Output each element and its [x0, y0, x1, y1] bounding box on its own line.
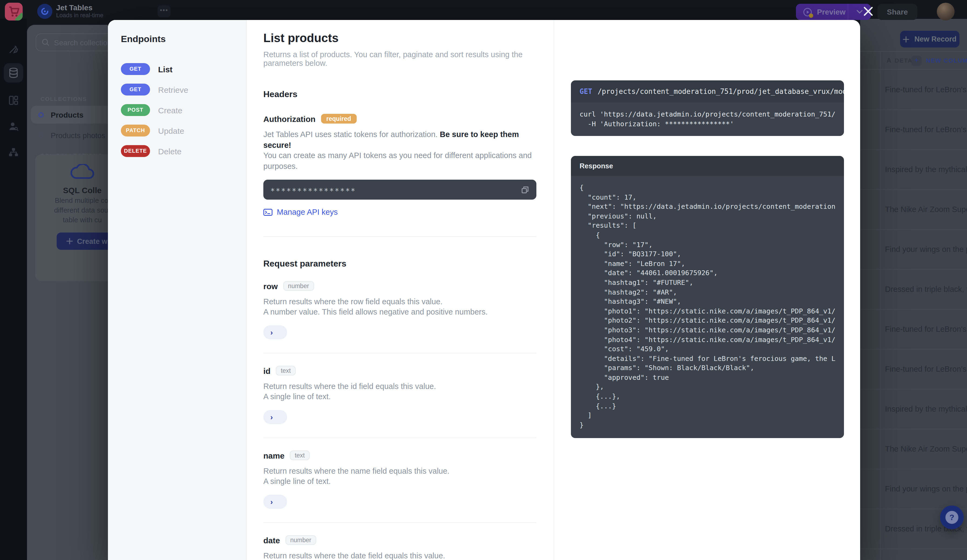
text-type-icon: A [886, 57, 891, 64]
endpoint-item-list[interactable]: GET List [108, 59, 246, 79]
response-line: "row": "17", [579, 240, 835, 249]
column-divider [880, 51, 881, 560]
api-docs-modal: Endpoints GET List GET Retrieve POST Cre… [108, 20, 860, 560]
table-row[interactable]: Find your wings on the p [860, 230, 967, 270]
table-row[interactable]: Fine-tuned for LeBron's f [860, 349, 967, 390]
table-row[interactable]: Fine-tuned for LeBron's f [860, 310, 967, 349]
top-bar: Jet Tables Loads in real-time ••• Previe… [0, 0, 967, 19]
show-child-parameters-button[interactable]: › [263, 495, 287, 509]
workspace-logo[interactable] [5, 3, 23, 20]
response-line: "count": 17, [579, 192, 835, 202]
copy-icon[interactable] [521, 185, 530, 194]
table-row[interactable]: Dressed in triple black, t [860, 270, 967, 310]
new-column-button[interactable]: NEW COLUMN [926, 57, 967, 64]
response-line: "name": "LeBron 17", [579, 259, 835, 268]
response-line: "approved": true [579, 373, 835, 382]
column-header-details: DETA [895, 57, 913, 64]
endpoints-title: Endpoints [121, 34, 246, 45]
type-badge: number [285, 535, 316, 545]
details-cell: Fine-tuned for LeBron's f [885, 325, 967, 333]
response-line: { [579, 183, 835, 192]
collection-icon [38, 132, 44, 138]
preview-button[interactable]: Preview [796, 4, 871, 20]
response-line: {...} [579, 401, 835, 410]
new-record-button[interactable]: New Record [900, 31, 959, 48]
response-line: "photo2": "https://static.nike.com/a/ima… [579, 316, 835, 325]
table-row[interactable]: Fine-tuned for LeBron's f [860, 110, 967, 150]
authorization-description: Jet Tables API uses static tokens for au… [263, 130, 536, 171]
endpoint-item-update[interactable]: PATCH Update [108, 120, 246, 141]
response-line: "id": "BQ3177-100", [579, 249, 835, 259]
chevron-right-icon: › [271, 329, 273, 336]
required-badge: required [321, 114, 356, 124]
more-menu-button[interactable]: ••• [158, 5, 170, 17]
response-line: "date": "44061.00019675926", [579, 268, 835, 278]
details-cell: The Nike Air Zoom Supe [885, 445, 967, 453]
status-dot [809, 13, 813, 18]
table-row[interactable]: Inspired by the mythical [860, 150, 967, 190]
table-row[interactable]: Inspired by the mythical [860, 390, 967, 430]
plus-icon [66, 238, 73, 244]
close-icon[interactable] [860, 3, 876, 20]
details-cell: Inspired by the mythical [885, 405, 967, 413]
response-line: ] [579, 411, 835, 420]
users-access-icon[interactable] [6, 119, 21, 134]
details-cell: Inspired by the mythical [885, 165, 967, 174]
help-button[interactable]: ? [940, 506, 964, 529]
manage-api-keys-link[interactable]: Manage API keys [263, 208, 536, 216]
response-line: "hashtag1": "#FUTURE", [579, 278, 835, 287]
response-line: } [579, 420, 835, 430]
table-row[interactable]: Find your wings on the p [860, 469, 967, 509]
search-input[interactable]: Search collections, [36, 33, 108, 51]
collections-panel: Search collections, COLLECTIONS Products… [27, 25, 108, 560]
sitemap-icon[interactable] [6, 145, 21, 160]
nav-rail [0, 19, 27, 560]
add-column-icon[interactable]: + [911, 55, 922, 66]
details-cell: Fine-tuned for LeBron's f [885, 85, 967, 94]
curl-line: curl 'https://data.jetadmin.io/projects/… [579, 110, 835, 119]
play-circle-icon [803, 7, 812, 16]
design-tools-icon[interactable] [6, 41, 21, 57]
details-cell: Dressed in triple black, t [885, 285, 967, 293]
search-icon [41, 38, 50, 46]
endpoint-item-delete[interactable]: DELETE Delete [108, 141, 246, 161]
response-line: "details": "Fine-tuned for LeBron's fero… [579, 354, 835, 363]
show-child-parameters-button[interactable]: › [263, 410, 287, 424]
response-block: Response { "count": 17, "next": "https:/… [571, 156, 844, 438]
sql-card-text: different data sour [35, 206, 108, 214]
endpoint-item-retrieve[interactable]: GET Retrieve [108, 79, 246, 100]
table-row[interactable]: The Nike Air Zoom Supe [860, 430, 967, 469]
endpoint-item-create[interactable]: POST Create [108, 100, 246, 120]
table-row[interactable]: Fine-tuned for LeBron's f [860, 70, 967, 110]
details-cell: Find your wings on the p [885, 484, 967, 493]
cloud-icon [69, 164, 95, 180]
table-header-row: A DETA + NEW COLUMN [860, 51, 967, 69]
method-label: GET [579, 87, 592, 96]
response-title: Response [571, 156, 844, 176]
endpoints-sidebar: Endpoints GET List GET Retrieve POST Cre… [108, 20, 247, 560]
table-row[interactable]: The Nike Air Zoom Supe [860, 190, 967, 230]
terminal-icon [263, 209, 272, 216]
response-line: "previous": null, [579, 211, 835, 221]
collection-icon [38, 112, 44, 117]
headers-heading: Headers [263, 89, 536, 99]
chevron-right-icon: › [271, 414, 273, 420]
database-icon[interactable] [6, 65, 21, 81]
method-badge-patch: PATCH [121, 125, 150, 137]
plus-icon [903, 36, 909, 42]
response-line: {...}, [579, 392, 835, 401]
api-token-field[interactable]: **************** [263, 180, 536, 199]
param-block-id: id text Return results where the id fiel… [263, 353, 536, 438]
create-sql-collection-button[interactable]: Create wit [57, 232, 108, 250]
show-child-parameters-button[interactable]: › [263, 325, 287, 339]
param-authorization: Authorization [263, 114, 315, 123]
sidebar-item-products[interactable]: Products [31, 106, 108, 124]
token-value: **************** [271, 184, 521, 195]
avatar[interactable] [937, 3, 955, 20]
share-button[interactable]: Share [878, 4, 917, 20]
pages-layout-icon[interactable] [6, 93, 21, 108]
method-badge-delete: DELETE [121, 145, 150, 157]
collections-section-label: COLLECTIONS [40, 96, 87, 102]
sidebar-item-products-photos[interactable]: Products photos [31, 126, 108, 144]
param-block-name: name text Return results where the name … [263, 438, 536, 523]
